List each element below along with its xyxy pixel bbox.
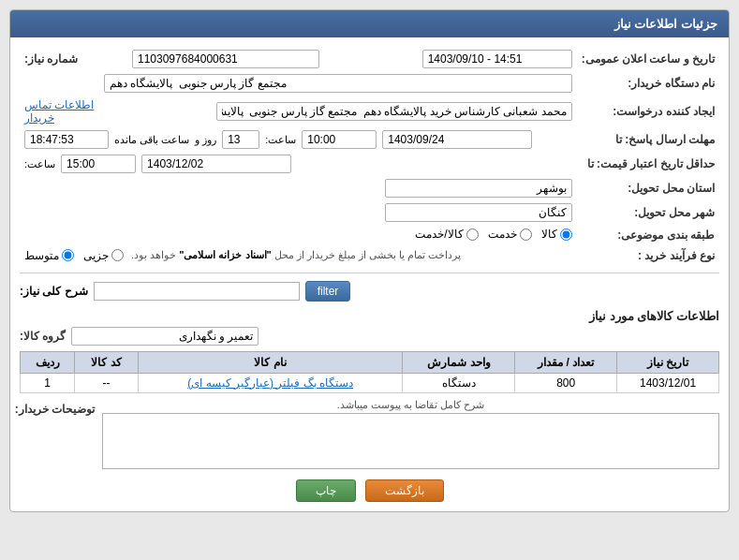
- nooe-radio-group: متوسط جزیی: [24, 249, 124, 262]
- saaat-baqi-label: ساعت باقی مانده: [114, 134, 189, 146]
- date2-input[interactable]: [141, 155, 291, 173]
- goroh-kala-input[interactable]: [71, 327, 259, 346]
- shahr-label: شهر محل تحویل:: [577, 200, 719, 225]
- rooz-input: [222, 130, 259, 149]
- sharh-koli-label: شرح کلی نیاز:: [20, 285, 88, 298]
- saaat-label: ساعت:: [265, 134, 296, 146]
- cell-radif: 1: [21, 373, 75, 392]
- name-dastgah-label: نام دستگاه خریدار:: [577, 71, 719, 96]
- ijad-konande-label: ایجاد کننده درخواست:: [577, 96, 719, 127]
- panel-header: جزئیات اطلاعات نیاز: [10, 10, 729, 37]
- col-kod-kala: کد کالا: [75, 351, 139, 373]
- ettelaat-tamas-link[interactable]: اطلاعات تماس خریدار: [24, 98, 94, 125]
- motavasit-radio[interactable]: [62, 249, 74, 261]
- tabagheh-label: طبقه بندی موضوعی:: [577, 225, 719, 246]
- ostan-label: استان محل تحویل:: [577, 176, 719, 200]
- col-vahed: واحد شمارش: [403, 351, 515, 373]
- jozii-radio[interactable]: [111, 249, 124, 261]
- col-name-kala: نام کالا: [138, 351, 403, 373]
- ijad-konande-input[interactable]: [216, 102, 572, 121]
- desc-note: شرح کامل تقاضا به پیوست میباشد.: [102, 399, 719, 411]
- name-dastgah-input[interactable]: [104, 74, 572, 93]
- date1-input[interactable]: [382, 130, 532, 149]
- cell-tedad: 800: [515, 373, 617, 392]
- kala-khidmat-radio[interactable]: [466, 228, 479, 241]
- nooe-note: پرداخت تمام یا بخشی از مبلغ خریدار از مح…: [131, 249, 461, 261]
- sharh-koli-row: شرح کلی نیاز: filter: [20, 281, 719, 302]
- shomare-niaz-label: شماره نیاز:: [20, 47, 104, 71]
- ostan-input[interactable]: [385, 179, 572, 198]
- khidmat-label: خدمت: [488, 228, 517, 241]
- kala-table: تاریخ نیاز تعداد / مقدار واحد شمارش نام …: [20, 351, 719, 393]
- bottom-buttons: بازگشت چاپ: [20, 479, 719, 502]
- col-tarikh: تاریخ نیاز: [617, 351, 719, 373]
- kala-radio[interactable]: [560, 228, 572, 241]
- desc-label: توضیحات خریدار:: [20, 399, 95, 472]
- divider1: [20, 273, 719, 273]
- col-radif: ردیف: [21, 351, 75, 373]
- mohlat-ersal-label: مهلت ارسال پاسخ: تا: [577, 127, 719, 152]
- col-tedad: تعداد / مقدار: [515, 351, 617, 373]
- hadaqal-tarikh-label: حداقل تاریخ اعتبار قیمت: تا: [577, 152, 719, 176]
- filter-button[interactable]: filter: [305, 281, 351, 302]
- tabagheh-radio-group: کالا/خدمت خدمت کالا: [415, 228, 571, 241]
- panel-title: جزئیات اطلاعات نیاز: [614, 17, 717, 31]
- nooe-farayand-label: نوع فرآیند خرید :: [577, 246, 719, 265]
- tarikh-input[interactable]: [422, 50, 572, 68]
- cell-vahed: دستگاه: [403, 373, 515, 392]
- back-button[interactable]: بازگشت: [365, 479, 444, 502]
- motavasit-label: متوسط: [24, 249, 59, 262]
- saaat-baqi-input: [24, 130, 109, 149]
- rooz-label: روز و: [195, 134, 216, 146]
- saaat2-input: [61, 155, 136, 173]
- kala-khidmat-label: کالا/خدمت: [415, 228, 463, 241]
- shahr-input[interactable]: [385, 203, 572, 222]
- sharh-koli-input[interactable]: [94, 282, 300, 301]
- saaat1-input: [302, 130, 377, 149]
- shomare-niaz-input[interactable]: [132, 50, 319, 68]
- print-button[interactable]: چاپ: [296, 479, 356, 502]
- cell-tarikh: 1403/12/01: [617, 373, 719, 392]
- khidmat-radio[interactable]: [520, 228, 532, 241]
- kala-label: کالا: [541, 228, 557, 241]
- table-row: 1403/12/01 800 دستگاه دستگاه بگ فیلتر (ع…: [21, 373, 719, 392]
- cell-kod-kala: --: [75, 373, 139, 392]
- jozii-label: جزیی: [83, 249, 109, 262]
- goroh-kala-label: گروه کالا:: [20, 330, 66, 343]
- cell-name-kala[interactable]: دستگاه بگ فیلتر (عبارگیر کیسه ای): [138, 373, 403, 392]
- saaat2-label: ساعت:: [24, 158, 55, 170]
- desc-textarea[interactable]: [102, 413, 719, 469]
- tarikh-label: تاریخ و ساعت اعلان عمومی:: [577, 47, 719, 71]
- ettelaat-title: اطلاعات کالاهای مورد نیاز: [20, 309, 719, 323]
